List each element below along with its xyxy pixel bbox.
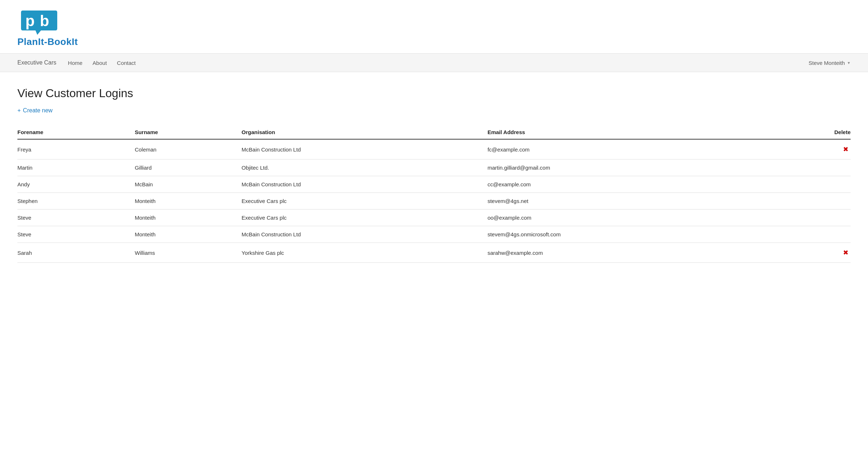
table-row: AndyMcBainMcBain Construction Ltdcc@exam… <box>17 176 851 193</box>
logo-container: p b PlanIt-BookIt <box>17 9 851 47</box>
svg-text:p: p <box>25 12 35 29</box>
cell-forename: Freya <box>17 139 135 159</box>
cell-forename: Andy <box>17 176 135 193</box>
cell-forename: Sarah <box>17 243 135 263</box>
cell-delete <box>788 159 851 176</box>
table-row: SteveMonteithMcBain Construction Ltdstev… <box>17 226 851 243</box>
col-header-organisation: Organisation <box>242 125 488 139</box>
cell-organisation: McBain Construction Ltd <box>242 139 488 159</box>
cell-delete <box>788 193 851 210</box>
table-row: SarahWilliamsYorkshire Gas plcsarahw@exa… <box>17 243 851 263</box>
cell-organisation: Executive Cars plc <box>242 210 488 226</box>
cell-email: oo@example.com <box>488 210 788 226</box>
table-row: StephenMonteithExecutive Cars plcstevem@… <box>17 193 851 210</box>
cell-delete <box>788 210 851 226</box>
navbar: Executive Cars Home About Contact Steve … <box>0 53 868 72</box>
cell-organisation: Executive Cars plc <box>242 193 488 210</box>
navbar-user-menu[interactable]: Steve Monteith ▼ <box>809 60 851 66</box>
nav-link-home[interactable]: Home <box>68 60 83 66</box>
table-row: FreyaColemanMcBain Construction Ltdfc@ex… <box>17 139 851 159</box>
cell-email: stevem@4gs.onmicrosoft.com <box>488 226 788 243</box>
cell-organisation: McBain Construction Ltd <box>242 226 488 243</box>
table-header-row: Forename Surname Organisation Email Addr… <box>17 125 851 139</box>
cell-surname: Coleman <box>135 139 242 159</box>
customer-table: Forename Surname Organisation Email Addr… <box>17 125 851 263</box>
cell-organisation: McBain Construction Ltd <box>242 176 488 193</box>
logo-icon: p b <box>17 9 61 38</box>
cell-delete[interactable]: ✖ <box>788 139 851 159</box>
cell-email: fc@example.com <box>488 139 788 159</box>
cell-organisation: Objitec Ltd. <box>242 159 488 176</box>
navbar-brand: Executive Cars <box>17 59 57 66</box>
col-header-delete: Delete <box>788 125 851 139</box>
delete-button[interactable]: ✖ <box>841 145 851 154</box>
navbar-links: Home About Contact <box>68 60 809 66</box>
svg-text:b: b <box>40 12 49 29</box>
cell-delete <box>788 176 851 193</box>
create-new-plus-icon: + <box>17 107 21 114</box>
create-new-label: Create new <box>23 107 53 114</box>
delete-button[interactable]: ✖ <box>841 248 851 257</box>
user-caret-icon: ▼ <box>847 61 851 65</box>
cell-email: stevem@4gs.net <box>488 193 788 210</box>
main-content: View Customer Logins + Create new Forena… <box>0 72 868 277</box>
logo-area: p b PlanIt-BookIt <box>0 0 868 53</box>
create-new-link[interactable]: + Create new <box>17 107 53 114</box>
cell-surname: McBain <box>135 176 242 193</box>
logo-text: PlanIt-BookIt <box>17 36 78 47</box>
nav-link-contact[interactable]: Contact <box>117 60 136 66</box>
table-row: SteveMonteithExecutive Cars plcoo@exampl… <box>17 210 851 226</box>
cell-surname: Monteith <box>135 210 242 226</box>
cell-forename: Steve <box>17 210 135 226</box>
cell-surname: Williams <box>135 243 242 263</box>
col-header-forename: Forename <box>17 125 135 139</box>
table-row: MartinGilliardObjitec Ltd.martin.gilliar… <box>17 159 851 176</box>
cell-organisation: Yorkshire Gas plc <box>242 243 488 263</box>
page-title: View Customer Logins <box>17 87 851 100</box>
col-header-surname: Surname <box>135 125 242 139</box>
cell-delete[interactable]: ✖ <box>788 243 851 263</box>
cell-surname: Monteith <box>135 226 242 243</box>
cell-surname: Gilliard <box>135 159 242 176</box>
cell-surname: Monteith <box>135 193 242 210</box>
navbar-username: Steve Monteith <box>809 60 845 66</box>
col-header-email: Email Address <box>488 125 788 139</box>
cell-forename: Stephen <box>17 193 135 210</box>
cell-email: martin.gilliard@gmail.com <box>488 159 788 176</box>
nav-link-about[interactable]: About <box>93 60 107 66</box>
cell-email: sarahw@example.com <box>488 243 788 263</box>
cell-forename: Steve <box>17 226 135 243</box>
cell-email: cc@example.com <box>488 176 788 193</box>
cell-delete <box>788 226 851 243</box>
cell-forename: Martin <box>17 159 135 176</box>
